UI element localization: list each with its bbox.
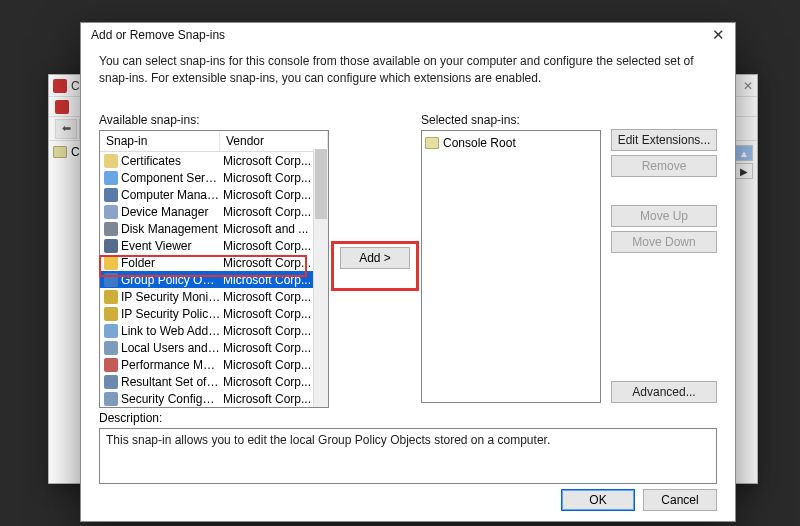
add-remove-snapins-dialog: Add or Remove Snap-ins ✕ You can select … [80,22,736,522]
snapin-row[interactable]: Device ManagerMicrosoft Corp... [100,203,328,220]
snapin-name: Event Viewer [121,239,221,253]
snapin-icon [104,256,118,270]
snapin-row[interactable]: Performance MonitorMicrosoft Corp... [100,356,328,373]
snapin-icon [104,239,118,253]
snapin-vendor: Microsoft Corp... [221,392,328,406]
snapin-row[interactable]: Link to Web AddressMicrosoft Corp... [100,322,328,339]
snapin-vendor: Microsoft Corp... [221,375,328,389]
snapin-icon [104,273,118,287]
snapin-name: Group Policy Object ... [121,273,221,287]
snapin-row[interactable]: Security Configuratio...Microsoft Corp..… [100,390,328,407]
snapin-row[interactable]: CertificatesMicrosoft Corp... [100,152,328,169]
snapin-name: Resultant Set of Policy [121,375,221,389]
snapin-row[interactable]: Disk ManagementMicrosoft and ... [100,220,328,237]
description-label: Description: [99,411,717,425]
dialog-intro-text: You can select snap-ins for this console… [81,47,735,95]
col-header-snapin[interactable]: Snap-in [100,131,220,151]
snapin-row[interactable]: Event ViewerMicrosoft Corp... [100,237,328,254]
cancel-button[interactable]: Cancel [643,489,717,511]
mmc-btn-close[interactable]: ✕ [743,79,753,93]
scrollbar-thumb[interactable] [315,149,327,219]
snapin-name: Device Manager [121,205,221,219]
move-up-button[interactable]: Move Up [611,205,717,227]
snapin-vendor: Microsoft Corp... [221,171,328,185]
move-down-button[interactable]: Move Down [611,231,717,253]
snapin-vendor: Microsoft Corp... [221,188,328,202]
snapin-list-scrollbar[interactable] [313,149,328,407]
snapin-icon [104,324,118,338]
mmc-doc-icon [55,100,69,114]
snapin-row[interactable]: Group Policy Object ...Microsoft Corp... [100,271,328,288]
dialog-close-button[interactable]: ✕ [712,26,725,44]
snapin-name: IP Security Monitor [121,290,221,304]
available-snapins-label: Available snap-ins: [99,113,329,127]
selected-snapins-list[interactable]: Console Root [421,130,601,403]
snapin-icon [104,188,118,202]
ok-button[interactable]: OK [561,489,635,511]
snapin-row[interactable]: Computer Managem...Microsoft Corp... [100,186,328,203]
snapin-row[interactable]: Component ServicesMicrosoft Corp... [100,169,328,186]
snapin-vendor: Microsoft Corp... [221,341,328,355]
snapin-vendor: Microsoft Corp... [221,290,328,304]
actions-right-icon[interactable]: ▶ [735,163,753,179]
snapin-row[interactable]: IP Security MonitorMicrosoft Corp... [100,288,328,305]
dialog-titlebar: Add or Remove Snap-ins ✕ [81,23,735,47]
snapin-icon [104,392,118,406]
snapin-icon [104,290,118,304]
snapin-vendor: Microsoft and ... [221,222,328,236]
snapin-vendor: Microsoft Corp... [221,154,328,168]
snapin-icon [104,171,118,185]
snapin-row[interactable]: Local Users and Gro...Microsoft Corp... [100,339,328,356]
toolbar-back[interactable]: ⬅ [55,119,77,139]
remove-button[interactable]: Remove [611,155,717,177]
advanced-button[interactable]: Advanced... [611,381,717,403]
available-snapins-list[interactable]: Snap-in Vendor CertificatesMicrosoft Cor… [99,130,329,408]
snapin-vendor: Microsoft Corp... [221,307,328,321]
snapin-vendor: Microsoft Corp... [221,358,328,372]
snapin-name: Disk Management [121,222,221,236]
snapin-vendor: Microsoft Corp... [221,256,328,270]
description-box: This snap-in allows you to edit the loca… [99,428,717,484]
snapin-icon [104,222,118,236]
snapin-icon [104,375,118,389]
snapin-row[interactable]: IP Security Policy Ma...Microsoft Corp..… [100,305,328,322]
folder-icon [53,146,67,158]
snapin-name: Computer Managem... [121,188,221,202]
snapin-vendor: Microsoft Corp... [221,205,328,219]
snapin-name: IP Security Policy Ma... [121,307,221,321]
col-header-vendor[interactable]: Vendor [220,131,328,151]
dialog-title: Add or Remove Snap-ins [91,28,225,42]
folder-icon [425,137,439,149]
selected-item-label: Console Root [443,136,516,150]
snapin-vendor: Microsoft Corp... [221,324,328,338]
snapin-icon [104,307,118,321]
snapin-name: Link to Web Address [121,324,221,338]
snapin-row[interactable]: Resultant Set of PolicyMicrosoft Corp... [100,373,328,390]
snapin-list-headers: Snap-in Vendor [100,131,328,152]
selected-item-console-root[interactable]: Console Root [425,134,597,151]
snapin-vendor: Microsoft Corp... [221,273,328,287]
snapin-name: Security Configuratio... [121,392,221,406]
actions-up-icon[interactable]: ▲ [735,145,753,161]
snapin-name: Component Services [121,171,221,185]
snapin-icon [104,154,118,168]
snapin-icon [104,205,118,219]
snapin-row[interactable]: FolderMicrosoft Corp... [100,254,328,271]
snapin-icon [104,341,118,355]
snapin-name: Folder [121,256,221,270]
add-button[interactable]: Add > [340,247,410,269]
snapin-name: Local Users and Gro... [121,341,221,355]
snapin-name: Performance Monitor [121,358,221,372]
edit-extensions-button[interactable]: Edit Extensions... [611,129,717,151]
mmc-app-icon [53,79,67,93]
snapin-name: Certificates [121,154,221,168]
selected-snapins-label: Selected snap-ins: [421,113,601,127]
snapin-icon [104,358,118,372]
snapin-vendor: Microsoft Corp... [221,239,328,253]
